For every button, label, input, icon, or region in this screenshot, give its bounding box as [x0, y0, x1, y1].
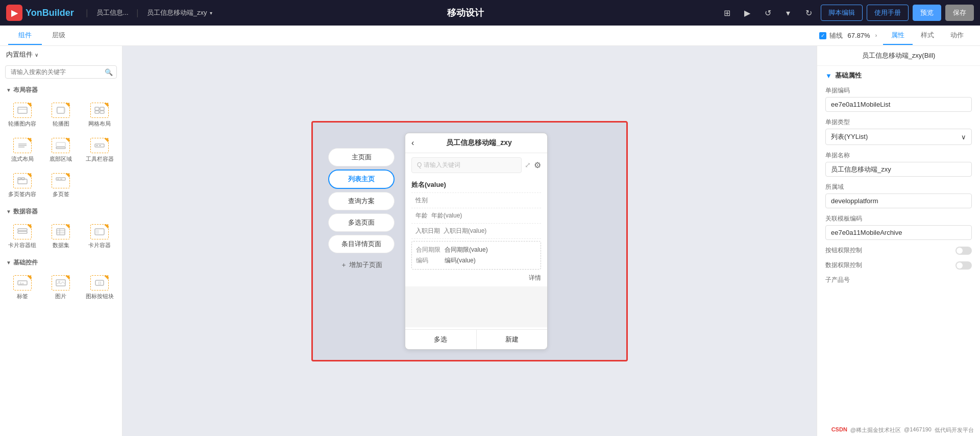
field-child-product-label: 子产品号: [825, 276, 972, 284]
logo-text: YonBuilder: [26, 8, 74, 18]
user-manual-button[interactable]: 使用手册: [867, 5, 909, 21]
breadcrumb-2[interactable]: 员工信息移动端_zxy ▾: [147, 8, 212, 17]
comp-grid-layout[interactable]: 网格布局: [81, 99, 118, 132]
comp-multitab-content-icon: [13, 173, 32, 188]
phone-detail-btn[interactable]: 详情: [411, 272, 541, 284]
tab-layer[interactable]: 层级: [42, 27, 76, 45]
right-panel-title: 员工信息移动端_zxy(Bill): [817, 46, 980, 66]
watermark-platform: 低代码开发平台: [935, 426, 974, 434]
field-template-code-label: 关联模板编码: [825, 214, 972, 223]
svg-rect-22: [60, 179, 62, 180]
svg-rect-24: [18, 231, 27, 233]
svg-rect-35: [95, 280, 104, 285]
search-input[interactable]: [5, 65, 117, 79]
phone-search-input[interactable]: Q 请输入关键词: [411, 157, 522, 173]
field-domain-label: 所属域: [825, 183, 972, 191]
comp-footer-area[interactable]: 底部区域: [43, 134, 80, 167]
phone-card-value-code: 编码(value): [445, 256, 476, 265]
toggle-btn-permission: 按钮权限控制: [817, 243, 980, 258]
comp-image[interactable]: 图片: [43, 271, 80, 304]
tab-component[interactable]: 组件: [8, 27, 42, 45]
builtin-section-title[interactable]: 内置组件 ∨: [0, 46, 122, 63]
page-title: 移动设计: [217, 7, 714, 19]
save-button[interactable]: 保存: [945, 5, 974, 21]
layout-arrow-icon: ▼: [6, 87, 11, 93]
select-chevron-icon: ∨: [961, 133, 966, 141]
phone-card-label-contract: 合同期限: [416, 246, 442, 254]
phone-expand-icon[interactable]: ⤢: [525, 161, 531, 169]
prop-tab-action[interactable]: 动作: [942, 27, 972, 45]
phone-multiselect-btn[interactable]: 多选: [405, 330, 477, 349]
phone-search-placeholder: Q 请输入关键词: [417, 161, 460, 169]
field-bill-code-input[interactable]: [825, 97, 972, 112]
svg-rect-30: [96, 230, 99, 234]
comp-carousel[interactable]: 轮播图: [43, 99, 80, 132]
comp-toolbar[interactable]: 工具栏容器: [81, 134, 118, 167]
field-bill-name-input[interactable]: [825, 162, 972, 177]
watermark-community: @稀土掘金技术社区: [850, 426, 901, 434]
layout-component-grid: 轮播图内容 轮播图 网格布局 流式布局: [0, 96, 122, 204]
comp-card-group[interactable]: 卡片容器组: [4, 220, 41, 253]
helper-line-control: ✓ 辅线 67.87% ›: [819, 31, 877, 40]
nav-detail-page[interactable]: 条目详情页面: [328, 235, 395, 253]
breadcrumb-dropdown-icon[interactable]: ▾: [210, 10, 212, 16]
comp-multitab-content[interactable]: 多页签内容: [4, 169, 41, 202]
page-nav: 主页面 列表主页 查询方案 多选页面 条目详情页面 ＋ 增加子页面: [328, 148, 395, 274]
main-content: 内置组件 ∨ 🔍 ▼ 布局容器 轮播图内容 轮播图: [0, 46, 980, 436]
phone-field-age: 年龄 年龄(value): [411, 208, 541, 224]
script-edit-button[interactable]: 脚本编辑: [821, 5, 863, 21]
comp-dataset-icon: [52, 224, 70, 239]
dropdown-button[interactable]: ▾: [780, 5, 796, 21]
preview-button[interactable]: 预览: [913, 5, 941, 21]
phone-card: 合同期限 合同期限(value) 编码 编码(value): [411, 241, 541, 270]
svg-rect-20: [56, 178, 65, 180]
svg-text:⊡: ⊡: [98, 281, 102, 285]
play-button[interactable]: ▶: [739, 5, 755, 21]
comp-label[interactable]: Aa 标签: [4, 271, 41, 304]
comp-dataset[interactable]: 数据集: [43, 220, 80, 253]
basic-attr-arrow-icon: ▼: [825, 72, 832, 80]
comp-icon-btn[interactable]: ⊡ 图标按钮块: [81, 271, 118, 304]
basic-section: ▼ 基础控件: [0, 255, 122, 269]
toggle-btn-permission-switch[interactable]: [955, 247, 972, 255]
nav-main-page[interactable]: 主页面: [328, 148, 395, 166]
comp-multitab-icon: [52, 173, 70, 188]
helper-line-checkbox[interactable]: ✓: [819, 32, 826, 39]
nav-add-subpage[interactable]: ＋ 增加子页面: [328, 256, 395, 274]
nav-query-plan[interactable]: 查询方案: [328, 192, 395, 210]
zoom-chevron-icon[interactable]: ›: [875, 33, 877, 38]
svg-rect-8: [100, 111, 104, 113]
comp-card-container[interactable]: 卡片容器: [81, 220, 118, 253]
undo-button[interactable]: ↺: [760, 5, 776, 21]
phone-back-icon[interactable]: ‹: [411, 138, 414, 148]
phone-field-gender: 性别: [411, 193, 541, 208]
redo-button[interactable]: ↻: [800, 5, 817, 21]
comp-carousel-content[interactable]: 轮播图内容: [4, 99, 41, 132]
svg-rect-21: [57, 179, 59, 180]
field-domain-input[interactable]: [825, 193, 972, 208]
comp-flow-layout[interactable]: 流式布局: [4, 134, 41, 167]
comp-grid-icon: [90, 103, 109, 118]
svg-rect-2: [57, 107, 64, 113]
basic-arrow-icon: ▼: [6, 260, 11, 265]
breadcrumb-1[interactable]: 员工信息...: [96, 8, 129, 17]
svg-rect-17: [18, 179, 27, 184]
svg-rect-3: [56, 108, 57, 112]
comp-multitab[interactable]: 多页签: [43, 169, 80, 202]
prop-tab-style[interactable]: 样式: [913, 27, 942, 45]
basic-component-grid: Aa 标签 图片 ⊡ 图标按钮块: [0, 269, 122, 306]
watermark-id: @1467190: [904, 426, 932, 434]
prop-tab-attr[interactable]: 属性: [883, 27, 913, 45]
grid-view-button[interactable]: ⊞: [719, 5, 735, 21]
phone-new-btn[interactable]: 新建: [477, 330, 548, 349]
nav-list-main[interactable]: 列表主页: [328, 169, 395, 189]
phone-card-label-code: 编码: [416, 256, 442, 265]
toggle-data-permission-switch[interactable]: [955, 261, 972, 270]
field-bill-type-select[interactable]: 列表(YYList) ∨: [825, 129, 972, 145]
nav-multiselect[interactable]: 多选页面: [328, 213, 395, 232]
phone-filter-icon[interactable]: ⚙: [534, 160, 541, 170]
field-template-code-input[interactable]: [825, 225, 972, 240]
svg-point-34: [58, 281, 60, 283]
phone-card-value-contract: 合同期限(value): [445, 246, 488, 254]
field-template-code: 关联模板编码: [817, 211, 980, 243]
